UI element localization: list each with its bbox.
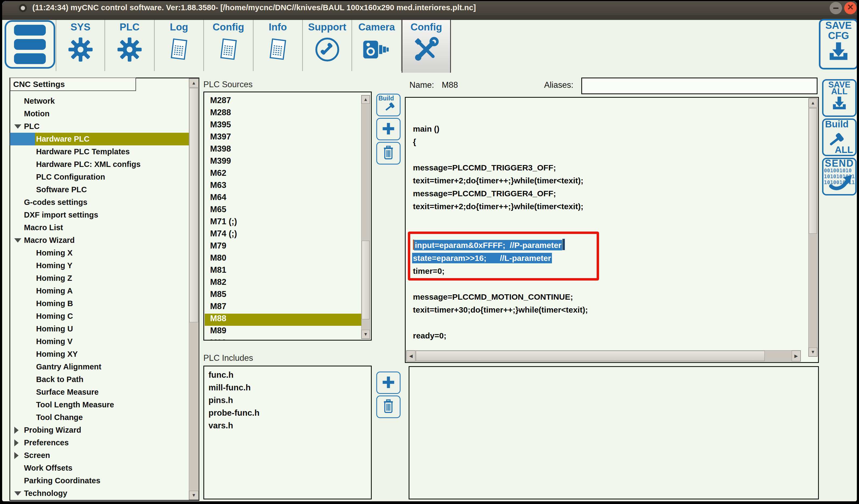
tree-item-g-codes-settings[interactable]: G-codes settings — [10, 196, 189, 209]
plc-includes-list[interactable]: func.hmill-func.hpins.hprobe-func.hvars.… — [204, 366, 372, 500]
tab-plc[interactable]: PLC — [105, 20, 154, 71]
plc-source-item-m87[interactable]: M87 — [205, 302, 362, 314]
minimize-button[interactable] — [830, 2, 842, 14]
tree-item-tool-length-measure[interactable]: Tool Length Measure — [10, 398, 189, 411]
delete-include-button[interactable] — [376, 396, 401, 418]
tree-item-hardware-plc[interactable]: Hardware PLC — [10, 133, 189, 146]
chevron-down-icon[interactable] — [14, 124, 21, 129]
add-source-button[interactable] — [376, 118, 401, 140]
plc-source-item-m71[interactable]: M71 (;) — [205, 217, 362, 229]
scroll-down-icon[interactable]: ▼ — [189, 491, 198, 500]
plc-source-item-m81[interactable]: M81 — [205, 265, 362, 277]
plc-source-item-m398[interactable]: M398 — [205, 144, 362, 156]
plc-include-item-probe-func-h[interactable]: probe-func.h — [205, 408, 366, 421]
plc-source-item-m62[interactable]: M62 — [205, 168, 362, 180]
tab-support[interactable]: Support — [303, 20, 352, 71]
tree-item-surface-measure[interactable]: Surface Measure — [10, 386, 189, 398]
tree-item-hardware-plc-templates[interactable]: Hardware PLC Templates — [10, 146, 189, 158]
plc-source-item-m80[interactable]: M80 — [205, 253, 362, 265]
chevron-down-icon[interactable] — [14, 491, 21, 496]
scroll-right-icon[interactable]: ▶ — [792, 351, 801, 361]
tree-item-homing-u[interactable]: Homing U — [10, 322, 189, 335]
tab-config[interactable]: Config — [204, 20, 253, 71]
tree-item-homing-c[interactable]: Homing C — [10, 310, 189, 322]
scroll-down-icon[interactable]: ▼ — [361, 330, 370, 339]
send-button[interactable]: SEND 00100101010101010111010010011 — [822, 158, 857, 196]
output-panel[interactable] — [409, 366, 819, 500]
tree-item-back-to-path[interactable]: Back to Path — [10, 373, 189, 386]
editor-hscrollbar-thumb[interactable] — [416, 351, 765, 361]
tree-item-macro-wizard[interactable]: Macro Wizard — [10, 234, 189, 247]
tree-item-network[interactable]: Network — [10, 95, 189, 107]
scroll-down-icon[interactable]: ▼ — [809, 348, 817, 356]
plc-include-item-func-h[interactable]: func.h — [205, 370, 366, 383]
plc-sources-list[interactable]: M287M288M395M397M398M399M62M63M64M65M71 … — [204, 92, 372, 340]
plc-source-item-m395[interactable]: M395 — [205, 120, 362, 132]
plc-source-item-m82[interactable]: M82 — [205, 277, 362, 289]
plc-source-item-m74[interactable]: M74 (;) — [205, 229, 362, 241]
plc-source-item-m287[interactable]: M287 — [205, 95, 362, 108]
scroll-up-icon[interactable]: ▲ — [361, 95, 370, 104]
tree-item-hardware-plc-xml-configs[interactable]: Hardware PLC: XML configs — [10, 158, 189, 171]
settings-tree-header[interactable]: CNC Settings — [10, 78, 136, 91]
tab-sys[interactable]: SYS — [56, 20, 105, 71]
tree-item-parking-coordinates[interactable]: Parking Coordinates — [10, 474, 189, 487]
tree-item-tool-change[interactable]: Tool Change — [10, 411, 189, 424]
save-cfg-button[interactable]: SAVE CFG — [819, 19, 857, 70]
plc-source-item-m65[interactable]: M65 — [205, 204, 362, 217]
tree-item-gantry-alignment[interactable]: Gantry Alignment — [10, 361, 189, 373]
chevron-right-icon[interactable] — [14, 427, 19, 434]
tree-scrollbar-thumb[interactable] — [190, 88, 198, 322]
chevron-right-icon[interactable] — [14, 439, 19, 446]
plc-include-item-mill-func-h[interactable]: mill-func.h — [205, 383, 366, 396]
plc-source-item-m397[interactable]: M397 — [205, 132, 362, 144]
tree-item-homing-xy[interactable]: Homing XY — [10, 348, 189, 361]
tree-item-homing-z[interactable]: Homing Z — [10, 272, 189, 285]
tree-scrollbar[interactable]: ▲ ▼ — [189, 78, 199, 500]
tab-info[interactable]: Info — [254, 20, 303, 71]
tree-item-plc-configuration[interactable]: PLC Configuration — [10, 171, 189, 183]
scroll-up-icon[interactable]: ▲ — [809, 98, 817, 107]
tree-item-motion[interactable]: Motion — [10, 107, 189, 120]
plc-source-item-m79[interactable]: M79 — [205, 241, 362, 253]
plc-source-item-m88[interactable]: M88 — [205, 314, 362, 326]
tree-item-homing-v[interactable]: Homing V — [10, 335, 189, 348]
scroll-up-icon[interactable]: ▲ — [189, 79, 198, 88]
plc-source-item-m288[interactable]: M288 — [205, 108, 362, 120]
save-all-button[interactable]: SAVE ALL — [822, 79, 857, 117]
tree-item-probing-wizard[interactable]: Probing Wizard — [10, 424, 189, 437]
plc-source-item-m64[interactable]: M64 — [205, 193, 362, 204]
plc-code-editor[interactable]: main (){message=PLCCMD_TRIGGER3_OFF;texi… — [405, 97, 819, 363]
sources-scrollbar-thumb[interactable] — [362, 241, 370, 319]
tree-item-preferences[interactable]: Preferences — [10, 437, 189, 449]
tree-item-homing-x[interactable]: Homing X — [10, 247, 189, 259]
editor-hscrollbar[interactable]: ◀ ▶ — [406, 350, 801, 362]
plc-source-item-m399[interactable]: M399 — [205, 156, 362, 168]
plc-source-item-m63[interactable]: M63 — [205, 180, 362, 193]
tree-item-work-offsets[interactable]: Work Offsets — [10, 462, 189, 474]
tab-config-selected[interactable]: Config — [402, 20, 451, 73]
add-include-button[interactable] — [376, 371, 401, 394]
main-menu-button[interactable] — [4, 20, 55, 68]
plc-source-item-m89[interactable]: M89 — [205, 326, 362, 338]
build-button[interactable]: Build — [376, 94, 401, 116]
plc-include-item-vars-h[interactable]: vars.h — [205, 421, 366, 433]
tree-item-software-plc[interactable]: Software PLC — [10, 183, 189, 196]
tab-camera[interactable]: Camera — [352, 20, 401, 71]
scroll-left-icon[interactable]: ◀ — [406, 351, 416, 361]
build-all-button[interactable]: Build ALL — [822, 119, 857, 156]
chevron-down-icon[interactable] — [14, 238, 21, 243]
aliases-input[interactable] — [581, 78, 817, 94]
editor-vscrollbar[interactable]: ▲ ▼ — [808, 98, 817, 357]
title-bar[interactable]: (11:24:34) myCNC control software. Ver:1… — [2, 1, 857, 15]
sources-scrollbar[interactable]: ▲ ▼ — [361, 95, 370, 339]
tree-item-homing-a[interactable]: Homing A — [10, 285, 189, 297]
window-menu-icon[interactable] — [19, 4, 27, 12]
delete-source-button[interactable] — [376, 142, 401, 165]
plc-source-item-m85[interactable]: M85 — [205, 289, 362, 302]
close-button[interactable]: ✕ — [844, 2, 857, 14]
tab-log[interactable]: Log — [155, 20, 204, 71]
plc-source-item-m90[interactable]: M90 — [205, 338, 362, 340]
tree-item-homing-y[interactable]: Homing Y — [10, 259, 189, 272]
plc-include-item-pins-h[interactable]: pins.h — [205, 396, 366, 408]
